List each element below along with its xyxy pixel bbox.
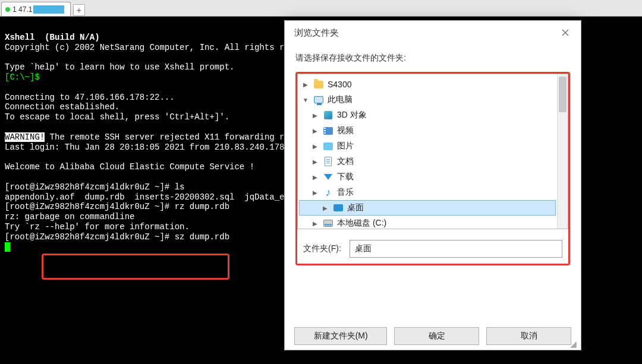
chevron-right-icon[interactable]: ▶: [311, 112, 319, 119]
chevron-right-icon[interactable]: ▶: [311, 189, 319, 196]
resize-grip-icon[interactable]: ◢: [570, 339, 578, 347]
rz-error-2: Try `rz --help' for more information.: [5, 222, 190, 232]
session-tab[interactable]: 1 47.1: [1, 2, 71, 16]
dialog-instruction: 请选择保存接收文件的文件夹:: [295, 53, 570, 64]
tree-item-label: 音乐: [337, 187, 354, 198]
cancel-button[interactable]: 取消: [486, 327, 571, 345]
chevron-right-icon[interactable]: ▶: [311, 159, 319, 165]
cmd-sz: sz dump.rdb: [175, 232, 229, 242]
tree-item-label: 图片: [337, 141, 354, 151]
rz-error-1: rz: garbage on commandline: [5, 212, 134, 221]
new-folder-button[interactable]: 新建文件夹(M): [294, 327, 387, 345]
pic-icon: [323, 141, 333, 151]
tree-item-label: S4300: [328, 80, 351, 89]
chevron-right-icon[interactable]: ▶: [311, 174, 319, 181]
scrollbar-thumb[interactable]: [559, 77, 567, 112]
connecting-line: Connecting to 47.106.166.178:22...: [5, 93, 175, 102]
video-icon: [323, 125, 333, 136]
last-login-line: Last login: Thu Jan 28 20:18:05 2021 fro…: [5, 143, 284, 152]
close-button[interactable]: [553, 24, 577, 42]
browse-folder-dialog: 浏览文件夹 请选择保存接收文件的文件夹: ▶S4300▼此电脑▶3D 对象▶视频…: [284, 20, 581, 350]
tree-item[interactable]: ▶S4300: [298, 77, 557, 92]
annotation-highlight-dialog: ▶S4300▼此电脑▶3D 对象▶视频▶图片▶文档▶下载▶♪音乐▶桌面▶本地磁盘…: [295, 72, 570, 265]
root-prompt: [root@iZwz982h8f4zcmj4ldkr0uZ ~]#: [5, 202, 175, 211]
folder-input[interactable]: [350, 240, 562, 258]
tree-item-label: 文档: [337, 156, 354, 167]
tree-item-label: 桌面: [347, 202, 364, 213]
annotation-highlight-command: [42, 254, 229, 280]
chevron-right-icon[interactable]: ▶: [311, 143, 319, 150]
scrollbar[interactable]: [557, 74, 568, 229]
dialog-title: 浏览文件夹: [294, 27, 339, 39]
music-icon: ♪: [323, 187, 333, 198]
folder-tree[interactable]: ▶S4300▼此电脑▶3D 对象▶视频▶图片▶文档▶下载▶♪音乐▶桌面▶本地磁盘…: [298, 74, 557, 229]
tree-item-label: 下载: [337, 172, 354, 182]
tree-item[interactable]: ▶桌面: [299, 200, 556, 216]
established-line: Connection established.: [5, 102, 119, 112]
doc-icon: [323, 156, 333, 167]
tree-item[interactable]: ▶视频: [298, 123, 557, 138]
cmd-rz: rz dump.rdb: [175, 202, 229, 211]
chevron-right-icon[interactable]: ▶: [321, 205, 329, 211]
tree-item-label: 视频: [337, 125, 354, 136]
cube-icon: [323, 110, 333, 121]
chevron-right-icon[interactable]: ▶: [311, 128, 319, 134]
tree-item[interactable]: ▶图片: [298, 138, 557, 154]
root-prompt: [root@iZwz982h8f4zcmj4ldkr0uZ ~]#: [5, 232, 175, 242]
tree-item-label: 3D 对象: [337, 110, 367, 121]
root-prompt: [root@iZwz982h8f4zcmj4ldkr0uZ ~]#: [5, 182, 175, 192]
local-prompt: [C:\~]$: [5, 72, 40, 82]
app-title: Xshell (Build N/A): [5, 33, 100, 42]
copyright-line: Copyright (c) 2002 NetSarang Computer, I…: [5, 43, 300, 52]
tree-item[interactable]: ▼此电脑: [298, 92, 557, 107]
tree-item[interactable]: ▶下载: [298, 169, 557, 185]
folder-icon: [313, 79, 324, 90]
tree-item[interactable]: ▶文档: [298, 154, 557, 169]
status-dot-icon: [5, 7, 10, 12]
tab-label: 1 47.1: [12, 5, 64, 14]
folder-field-label: 文件夹(F):: [303, 243, 341, 254]
dialog-titlebar[interactable]: 浏览文件夹: [285, 21, 581, 45]
folder-tree-frame: ▶S4300▼此电脑▶3D 对象▶视频▶图片▶文档▶下载▶♪音乐▶桌面▶本地磁盘…: [297, 74, 568, 229]
ls-output: appendonly.aof dump.rdb inserts-20200302…: [5, 192, 300, 202]
ok-button[interactable]: 确定: [394, 327, 479, 345]
welcome-line: Welcome to Alibaba Cloud Elastic Compute…: [5, 162, 254, 172]
tree-item[interactable]: ▶♪音乐: [298, 185, 557, 200]
warning-label: WARNING!: [5, 132, 45, 142]
tree-item-label: 本地磁盘 (C:): [337, 218, 386, 229]
chevron-right-icon[interactable]: ▶: [311, 220, 319, 227]
chevron-right-icon[interactable]: ▶: [301, 81, 310, 88]
tab-bar: 1 47.1 +: [0, 0, 642, 17]
cmd-ls: ls: [175, 182, 185, 192]
help-line: Type `help' to learn how to use Xshell p…: [5, 62, 234, 72]
add-tab-button[interactable]: +: [73, 4, 85, 16]
disk-icon: [323, 218, 333, 229]
tree-item-label: 此电脑: [328, 94, 353, 105]
tree-item[interactable]: ▶本地磁盘 (C:): [298, 216, 557, 229]
close-icon: [562, 29, 569, 36]
cursor-icon: [5, 242, 10, 252]
escape-line: To escape to local shell, press 'Ctrl+Al…: [5, 112, 229, 122]
chevron-down-icon[interactable]: ▼: [301, 97, 310, 103]
down-icon: [323, 172, 333, 182]
desk-icon: [333, 202, 344, 213]
warning-text: The remote SSH server rejected X11 forwa…: [45, 132, 299, 142]
tree-item[interactable]: ▶3D 对象: [298, 107, 557, 123]
pc-icon: [313, 94, 324, 105]
